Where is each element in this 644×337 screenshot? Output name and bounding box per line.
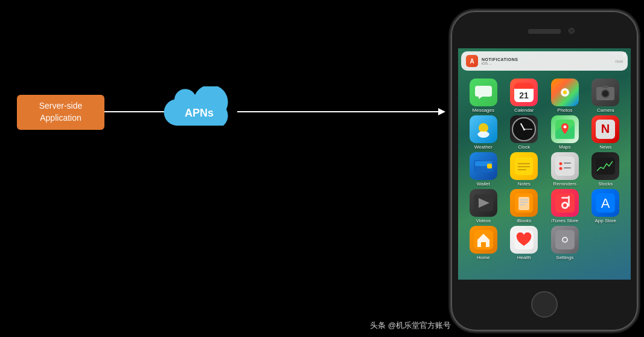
arrow-cloud-to-phone bbox=[237, 111, 445, 112]
svg-rect-35 bbox=[520, 202, 528, 203]
app-label-stocks: Stocks bbox=[598, 181, 613, 187]
svg-rect-34 bbox=[520, 199, 528, 201]
itunes-icon bbox=[551, 189, 579, 217]
svg-point-25 bbox=[559, 162, 562, 165]
app-label-weather: Weather bbox=[474, 144, 493, 150]
app-label-appstore: App Store bbox=[595, 218, 616, 223]
iphone-screen: 9:41 ▪▪▪ ⚬ ▓ NOTIFICATIONS iOS ... now bbox=[458, 48, 631, 280]
app-label-ibooks: iBooks bbox=[517, 218, 531, 223]
notification-app-icon bbox=[466, 55, 478, 67]
empty-slot bbox=[591, 226, 619, 254]
app-messages[interactable]: Messages bbox=[467, 79, 500, 113]
iphone-device: 9:41 ▪▪▪ ⚬ ▓ NOTIFICATIONS iOS ... now bbox=[451, 11, 638, 331]
app-camera[interactable]: Camera bbox=[588, 79, 622, 113]
svg-point-12 bbox=[479, 123, 488, 133]
app-news[interactable]: N News bbox=[588, 115, 622, 150]
videos-icon bbox=[470, 189, 497, 217]
notes-icon bbox=[510, 152, 538, 180]
app-settings[interactable]: Settings bbox=[548, 226, 582, 260]
watermark: 头条 @机乐堂官方账号 bbox=[370, 320, 451, 331]
app-videos[interactable]: Videos bbox=[467, 189, 500, 223]
stocks-icon bbox=[591, 152, 619, 180]
app-label-health: Health bbox=[517, 255, 531, 260]
app-label-camera: Camera bbox=[597, 108, 614, 113]
notification-banner: NOTIFICATIONS iOS ... now bbox=[461, 51, 628, 71]
svg-text:N: N bbox=[601, 122, 610, 135]
iphone-home-button[interactable] bbox=[531, 291, 558, 318]
app-appstore[interactable]: A App Store bbox=[588, 189, 622, 223]
app-calendar[interactable]: 21 Calendar bbox=[507, 79, 541, 113]
svg-rect-0 bbox=[475, 86, 492, 97]
weather-icon bbox=[470, 115, 497, 143]
svg-rect-19 bbox=[487, 164, 492, 168]
svg-rect-28 bbox=[564, 167, 571, 168]
health-icon bbox=[510, 226, 538, 254]
svg-rect-11 bbox=[602, 86, 608, 88]
app-reminders[interactable]: Reminders bbox=[548, 152, 582, 187]
app-health[interactable]: Health bbox=[507, 226, 541, 260]
app-notes[interactable]: Notes bbox=[507, 152, 541, 187]
app-label-reminders: Reminders bbox=[553, 181, 576, 187]
app-home[interactable]: Home bbox=[467, 226, 500, 260]
news-icon: N bbox=[591, 115, 619, 143]
app-label-calendar: Calendar bbox=[514, 108, 534, 113]
app-label-wallet: Wallet bbox=[477, 181, 490, 187]
apns-cloud: APNs bbox=[160, 85, 238, 142]
app-label-news: News bbox=[599, 144, 611, 150]
svg-point-27 bbox=[559, 167, 562, 170]
ibooks-icon bbox=[510, 189, 538, 217]
svg-point-39 bbox=[563, 204, 567, 207]
appstore-icon: A bbox=[591, 189, 619, 217]
app-row-4: Videos iBooks iTunes Store A bbox=[463, 189, 626, 223]
svg-text:21: 21 bbox=[519, 91, 529, 100]
app-label-maps: Maps bbox=[559, 144, 571, 150]
app-ibooks[interactable]: iBooks bbox=[507, 189, 541, 223]
app-row-1: Messages 21 Calendar Photos bbox=[463, 79, 626, 113]
app-label-messages: Messages bbox=[473, 108, 494, 113]
photos-icon bbox=[551, 79, 579, 106]
svg-point-14 bbox=[563, 126, 566, 129]
notification-text: NOTIFICATIONS iOS ... bbox=[482, 57, 611, 65]
svg-marker-1 bbox=[479, 97, 482, 99]
app-label-home: Home bbox=[477, 255, 489, 260]
svg-text:A: A bbox=[601, 196, 610, 211]
svg-rect-21 bbox=[518, 163, 530, 164]
server-application-box: Server-sideApplication bbox=[17, 95, 104, 130]
app-row-2: Weather Clock Ma bbox=[463, 115, 626, 150]
maps-icon bbox=[551, 115, 579, 143]
apns-label: APNs bbox=[185, 107, 214, 120]
app-empty bbox=[588, 226, 622, 260]
app-clock[interactable]: Clock bbox=[507, 115, 541, 150]
app-weather[interactable]: Weather bbox=[467, 115, 500, 150]
reminders-icon bbox=[551, 152, 579, 180]
calendar-icon: 21 bbox=[510, 79, 538, 106]
svg-rect-24 bbox=[555, 156, 575, 176]
camera-icon bbox=[591, 79, 619, 106]
wallet-icon bbox=[470, 152, 497, 180]
app-wallet[interactable]: Wallet bbox=[467, 152, 500, 187]
svg-point-48 bbox=[563, 238, 567, 242]
svg-point-10 bbox=[602, 91, 608, 97]
app-row-5: Home Health Settings bbox=[463, 226, 626, 260]
svg-rect-4 bbox=[514, 85, 534, 89]
svg-rect-41 bbox=[561, 197, 569, 199]
iphone-camera bbox=[569, 28, 575, 34]
clock-app-icon bbox=[510, 115, 538, 143]
svg-rect-36 bbox=[520, 204, 525, 205]
app-photos[interactable]: Photos bbox=[548, 79, 582, 113]
server-label: Server-sideApplication bbox=[39, 100, 83, 124]
svg-rect-23 bbox=[518, 169, 526, 170]
app-label-videos: Videos bbox=[476, 218, 491, 223]
messages-icon bbox=[470, 79, 497, 106]
notification-title: NOTIFICATIONS bbox=[482, 57, 611, 62]
svg-rect-33 bbox=[518, 197, 529, 210]
notification-subtitle: iOS ... bbox=[482, 62, 611, 65]
app-label-settings: Settings bbox=[556, 255, 573, 260]
svg-point-7 bbox=[563, 91, 567, 94]
app-maps[interactable]: Maps bbox=[548, 115, 582, 150]
notification-time: now bbox=[615, 59, 623, 63]
app-grid: Messages 21 Calendar Photos bbox=[458, 79, 631, 263]
app-itunes[interactable]: iTunes Store bbox=[548, 189, 582, 223]
app-stocks[interactable]: Stocks bbox=[588, 152, 622, 187]
app-label-clock: Clock bbox=[518, 144, 530, 150]
